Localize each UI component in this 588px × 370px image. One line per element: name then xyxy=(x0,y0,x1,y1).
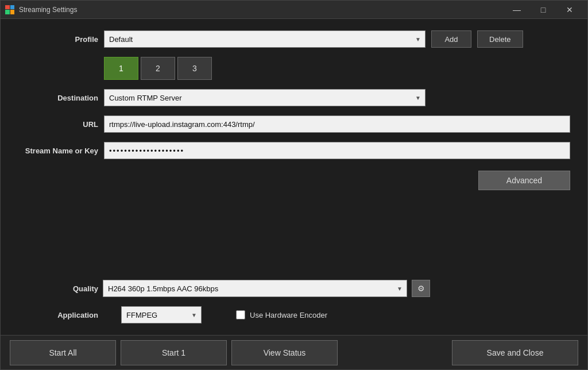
add-button[interactable]: Add xyxy=(431,30,471,48)
footer: Start All Start 1 View Status Save and C… xyxy=(1,335,587,369)
profile-select-wrapper: Default xyxy=(104,30,425,48)
app-icon xyxy=(5,5,14,14)
quality-label: Quality xyxy=(18,284,98,293)
application-select[interactable]: FFMPEG xyxy=(121,306,202,323)
advanced-row: Advanced xyxy=(18,171,570,190)
window-controls: — □ ✕ xyxy=(504,1,583,19)
destination-select-wrapper: Custom RTMP Server xyxy=(104,89,425,106)
content-area: Profile Default Add Delete 1 2 3 Destina… xyxy=(1,19,587,335)
url-row: URL xyxy=(18,115,570,133)
destination-select[interactable]: Custom RTMP Server xyxy=(104,89,425,106)
tab-2[interactable]: 2 xyxy=(141,57,175,80)
tab-3[interactable]: 3 xyxy=(177,57,212,80)
view-status-button[interactable]: View Status xyxy=(231,340,338,365)
start-1-button[interactable]: Start 1 xyxy=(121,340,227,365)
destination-row: Destination Custom RTMP Server xyxy=(18,89,570,106)
minimize-button[interactable]: — xyxy=(504,1,530,19)
quality-settings-button[interactable]: ⚙ xyxy=(412,280,430,297)
destination-label: Destination xyxy=(18,94,98,102)
start-all-button[interactable]: Start All xyxy=(10,340,116,365)
profile-select[interactable]: Default xyxy=(104,30,425,48)
hw-encoder-label: Use Hardware Encoder xyxy=(250,311,327,319)
close-button[interactable]: ✕ xyxy=(556,1,583,19)
application-row: Application FFMPEG Use Hardware Encoder xyxy=(18,306,570,323)
quality-select-wrapper: H264 360p 1.5mbps AAC 96kbps xyxy=(103,280,407,297)
window-title: Streaming Settings xyxy=(19,6,504,14)
main-window: Streaming Settings — □ ✕ Profile Default… xyxy=(0,0,588,370)
stream-key-input[interactable] xyxy=(104,142,570,159)
profile-row: Profile Default Add Delete xyxy=(18,30,570,48)
url-input[interactable] xyxy=(104,115,570,133)
stream-key-row: Stream Name or Key xyxy=(18,142,570,159)
application-label: Application xyxy=(18,311,98,319)
advanced-button[interactable]: Advanced xyxy=(478,171,570,190)
hw-encoder-group: Use Hardware Encoder xyxy=(236,310,327,319)
quality-row: Quality H264 360p 1.5mbps AAC 96kbps ⚙ xyxy=(18,280,570,297)
app-select-wrapper: FFMPEG xyxy=(121,306,202,323)
hw-encoder-checkbox[interactable] xyxy=(236,310,245,319)
delete-button[interactable]: Delete xyxy=(477,30,523,48)
maximize-button[interactable]: □ xyxy=(530,1,556,19)
gear-icon: ⚙ xyxy=(417,284,425,293)
url-label: URL xyxy=(18,120,98,129)
title-bar: Streaming Settings — □ ✕ xyxy=(1,1,587,19)
tabs-row: 1 2 3 xyxy=(104,57,570,80)
stream-key-label: Stream Name or Key xyxy=(18,147,98,155)
spacer xyxy=(18,199,570,271)
save-close-button[interactable]: Save and Close xyxy=(452,340,578,365)
profile-label: Profile xyxy=(18,35,98,44)
quality-select[interactable]: H264 360p 1.5mbps AAC 96kbps xyxy=(103,280,407,297)
tab-1[interactable]: 1 xyxy=(104,57,138,80)
